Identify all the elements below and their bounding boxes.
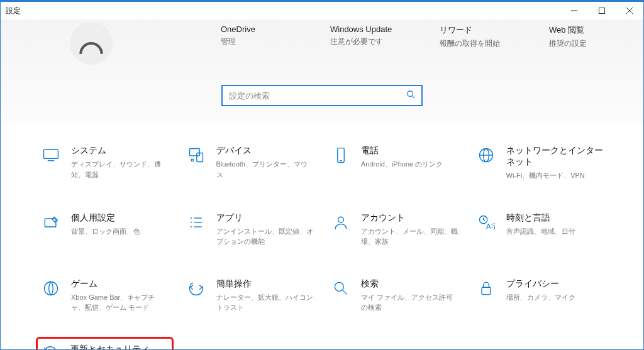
category-update-security[interactable]: 更新とセキュリティWindows Update、回復、バックアップ bbox=[36, 337, 174, 351]
svg-rect-8 bbox=[189, 149, 199, 156]
svg-point-26 bbox=[45, 282, 58, 295]
privacy-icon bbox=[476, 278, 496, 298]
header-link-web[interactable]: Web 閲覧 推奨の設定 bbox=[549, 25, 618, 49]
header-link-sub: 報酬の取得を開始 bbox=[440, 38, 509, 49]
category-sub: アカウント、メール、同期、職場、家族 bbox=[361, 226, 458, 247]
accounts-icon bbox=[331, 212, 351, 232]
category-title: 更新とセキュリティ bbox=[70, 344, 169, 351]
category-title: プライバシー bbox=[506, 278, 575, 290]
category-sub: 背景、ロック画面、色 bbox=[71, 226, 140, 237]
category-title: アプリ bbox=[216, 212, 314, 224]
category-sub: マイ ファイル、アクセス許可の検索 bbox=[361, 292, 458, 313]
category-title: デバイス bbox=[216, 145, 314, 156]
category-phone[interactable]: 電話Android、iPhone のリンク bbox=[328, 143, 461, 183]
category-accounts[interactable]: アカウントアカウント、メール、同期、職場、家族 bbox=[328, 210, 461, 249]
update-security-icon bbox=[40, 344, 60, 351]
system-icon bbox=[41, 145, 61, 165]
network-icon bbox=[476, 145, 496, 165]
maximize-icon bbox=[599, 8, 605, 14]
header-link-title: OneDrive bbox=[221, 25, 290, 34]
category-apps[interactable]: アプリアンインストール、既定値、オプションの機能 bbox=[184, 210, 316, 249]
category-devices[interactable]: デバイスBluetooth、プリンター、マウス bbox=[184, 143, 316, 183]
category-sub: ナレーター、拡大鏡、ハイコントラスト bbox=[216, 292, 314, 313]
category-sub: Wi-Fi、機内モード、VPN bbox=[506, 170, 604, 181]
header-link-title: Web 閲覧 bbox=[549, 25, 618, 36]
category-title: ゲーム bbox=[71, 278, 169, 290]
devices-icon bbox=[186, 145, 206, 165]
header-link-sub: 管理 bbox=[221, 36, 290, 47]
category-title: システム bbox=[71, 145, 169, 156]
svg-text:A字: A字 bbox=[486, 222, 495, 229]
svg-point-28 bbox=[335, 282, 343, 291]
header-link-sub: 注意が必要です bbox=[330, 36, 399, 47]
header-link-title: Windows Update bbox=[330, 25, 399, 34]
header-link-update[interactable]: Windows Update 注意が必要です bbox=[330, 25, 399, 49]
header-link-title: リワード bbox=[440, 25, 509, 36]
maximize-button[interactable] bbox=[588, 2, 616, 19]
svg-point-4 bbox=[408, 91, 413, 97]
category-ease-of-access[interactable]: 簡単操作ナレーター、拡大鏡、ハイコントラスト bbox=[184, 276, 316, 315]
gaming-icon bbox=[41, 278, 61, 298]
svg-rect-11 bbox=[338, 148, 345, 163]
category-sub: Bluetooth、プリンター、マウス bbox=[216, 159, 314, 180]
search-icon bbox=[406, 90, 415, 101]
time-language-icon: A字 bbox=[476, 212, 496, 232]
category-network[interactable]: ネットワークとインターネットWi-Fi、機内モード、VPN bbox=[474, 143, 606, 183]
category-title: ネットワークとインターネット bbox=[506, 145, 604, 168]
svg-rect-1 bbox=[599, 8, 605, 14]
category-title: 電話 bbox=[361, 145, 443, 156]
category-title: 検索 bbox=[361, 278, 458, 290]
user-block[interactable] bbox=[70, 22, 113, 65]
ease-of-access-icon bbox=[186, 278, 206, 298]
svg-point-10 bbox=[191, 159, 194, 161]
close-button[interactable] bbox=[616, 2, 643, 19]
phone-icon bbox=[331, 145, 351, 165]
svg-rect-30 bbox=[482, 287, 491, 294]
search-category-icon bbox=[331, 278, 351, 298]
close-icon bbox=[626, 8, 633, 14]
category-grid: システムディスプレイ、サウンド、通知、電源 デバイスBluetooth、プリンタ… bbox=[1, 124, 643, 350]
category-sub: 音声認識、地域、日付 bbox=[506, 226, 575, 237]
category-personalization[interactable]: 個人用設定背景、ロック画面、色 bbox=[38, 210, 171, 249]
category-time-language[interactable]: A字 時刻と言語音声認識、地域、日付 bbox=[474, 210, 606, 249]
category-title: 時刻と言語 bbox=[506, 212, 575, 224]
header-link-onedrive[interactable]: OneDrive 管理 bbox=[221, 25, 290, 49]
personalization-icon bbox=[41, 212, 61, 232]
header-link-sub: 推奨の設定 bbox=[549, 38, 618, 49]
category-system[interactable]: システムディスプレイ、サウンド、通知、電源 bbox=[38, 143, 171, 183]
category-sub: アンインストール、既定値、オプションの機能 bbox=[216, 226, 314, 247]
search-input[interactable] bbox=[229, 91, 406, 101]
category-sub: Xbox Game Bar、キャプチャ、配信、ゲーム モード bbox=[71, 292, 169, 313]
header-area: OneDrive 管理 Windows Update 注意が必要です リワード … bbox=[1, 19, 643, 124]
category-search[interactable]: 検索マイ ファイル、アクセス許可の検索 bbox=[328, 276, 461, 315]
avatar bbox=[70, 22, 113, 65]
category-title: 簡単操作 bbox=[216, 278, 314, 290]
user-icon bbox=[75, 28, 107, 59]
window-title: 設定 bbox=[6, 6, 21, 16]
svg-rect-6 bbox=[44, 150, 58, 158]
apps-icon bbox=[186, 212, 206, 232]
minimize-icon bbox=[571, 8, 577, 14]
category-title: 個人用設定 bbox=[71, 212, 140, 224]
category-privacy[interactable]: プライバシー場所、カメラ、マイク bbox=[474, 276, 606, 315]
header-links: OneDrive 管理 Windows Update 注意が必要です リワード … bbox=[221, 22, 618, 49]
category-sub: 場所、カメラ、マイク bbox=[506, 292, 575, 303]
header-link-rewards[interactable]: リワード 報酬の取得を開始 bbox=[440, 25, 509, 49]
svg-point-23 bbox=[338, 217, 344, 222]
title-bar: 設定 bbox=[1, 2, 643, 19]
search-box[interactable] bbox=[221, 85, 423, 106]
category-sub: Android、iPhone のリンク bbox=[361, 159, 443, 170]
category-sub: ディスプレイ、サウンド、通知、電源 bbox=[71, 159, 169, 180]
minimize-button[interactable] bbox=[560, 2, 588, 19]
category-title: アカウント bbox=[361, 212, 458, 224]
svg-line-29 bbox=[343, 290, 347, 294]
svg-line-5 bbox=[413, 96, 415, 99]
category-gaming[interactable]: ゲームXbox Game Bar、キャプチャ、配信、ゲーム モード bbox=[38, 276, 171, 315]
svg-rect-16 bbox=[45, 218, 56, 226]
